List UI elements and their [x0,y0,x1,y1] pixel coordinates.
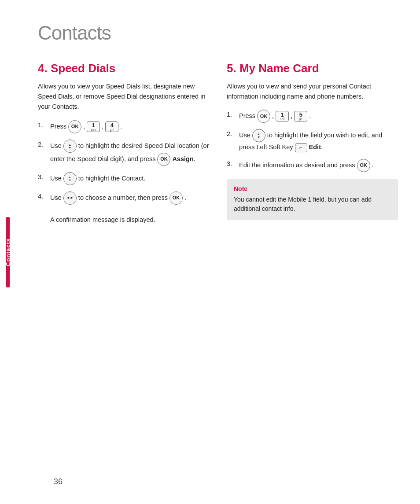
col-left: 4. Speed Dials Allows you to view your S… [38,62,209,231]
step-content: Press OK , 1 abc , 4 ghi [50,120,209,133]
columns: 4. Speed Dials Allows you to view your S… [38,62,398,231]
page-wrapper: Contacts Contacts 4. Speed Dials Allows … [0,0,420,504]
page-number: 36 [54,477,63,486]
list-item: 2. Use ▲ ▼ to highlight the desired Spee… [38,140,209,166]
step-number: 3. [227,159,236,169]
step-number: 1. [227,110,236,120]
ok-key-3: OK [169,191,183,205]
key-4ghi: 4 ghi [105,121,118,132]
list-item: 2. Use ▲ ▼ to highlight the field you wi… [227,129,398,152]
nav-up-down-key-2: ▲ ▼ [63,172,77,185]
my-name-card-intro: Allows you to view and send your persona… [227,81,398,102]
key-1abc: 1 abc [87,121,100,132]
step-number: 4. [38,191,48,202]
my-name-card-heading: 5. My Name Card [227,62,398,75]
step-content: Press OK , 1 abc , 5 jkl [239,110,398,123]
sidebar-tab: Contacts [0,217,16,287]
step-content: Edit the information as desired and pres… [239,159,398,172]
step-number: 2. [38,140,48,150]
step-content: Use ▲ ▼ to highlight the desired Speed D… [50,140,209,166]
list-item: 1. Press OK , 1 abc , 5 [227,110,398,123]
step-content: Use ◄► to choose a number, then press OK… [50,191,209,225]
left-soft-key [295,143,307,152]
ok-key-r1: OK [257,110,270,123]
step-number: 2. [227,129,236,139]
speed-dials-steps: 1. Press OK , 1 abc , 4 [38,120,209,225]
list-item: 3. Edit the information as desired and p… [227,159,398,172]
note-title: Note [234,185,391,192]
list-item: 3. Use ▲ ▼ to highlight the Contact. [38,172,209,185]
step-number: 3. [38,172,48,182]
speed-dials-heading: 4. Speed Dials [38,62,209,75]
bottom-line [54,473,398,473]
main-content: Contacts 4. Speed Dials Allows you to vi… [16,0,420,504]
note-box: Note You cannot edit the Mobile 1 field,… [227,179,398,220]
step-number: 1. [38,120,48,130]
col-right: 5. My Name Card Allows you to view and s… [227,62,398,231]
page-title: Contacts [38,22,398,44]
speed-dials-intro: Allows you to view your Speed Dials list… [38,81,209,112]
ok-key-r2: OK [357,159,370,172]
nav-lr-key: ◄► [63,191,77,205]
note-body: You cannot edit the Mobile 1 field, but … [234,195,391,214]
ok-key-2: OK [157,153,170,166]
ok-key-1: OK [68,120,81,133]
step-content: Use ▲ ▼ to highlight the field you wish … [239,129,398,152]
sidebar-tab-text: Contacts [5,238,11,266]
key-r-1abc: 1 abc [276,111,289,121]
step-content: Use ▲ ▼ to highlight the Contact. [50,172,209,185]
key-r-5jkl: 5 jkl [294,111,307,121]
nav-up-down-key: ▲ ▼ [63,140,77,153]
my-name-card-steps: 1. Press OK , 1 abc , 5 [227,110,398,172]
list-item: 1. Press OK , 1 abc , 4 [38,120,209,133]
bottom-bar: 36 [32,477,420,486]
nav-up-down-key-r1: ▲ ▼ [252,129,265,142]
list-item: 4. Use ◄► to choose a number, then press… [38,191,209,225]
